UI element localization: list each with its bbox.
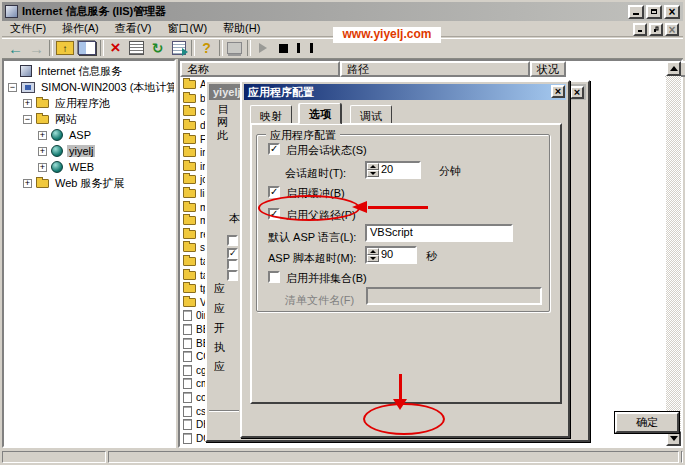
tree-item-icon: [21, 82, 35, 93]
tree-item-web-service-extensions[interactable]: Web 服务扩展: [4, 175, 174, 191]
tree-item-label[interactable]: SIMON-WIN2003 (本地计算机): [39, 80, 176, 95]
list-item-icon: [183, 406, 192, 417]
tab-mappings[interactable]: 映射: [250, 105, 292, 124]
list-item-icon: [183, 378, 192, 389]
column-header[interactable]: 状况: [530, 61, 566, 77]
default-asp-language-field[interactable]: VBScript: [365, 224, 513, 242]
scroll-down-icon[interactable]: [666, 431, 681, 446]
tree-item-internet-info-services[interactable]: Internet 信息服务: [4, 63, 174, 79]
menu-item[interactable]: 操作(A): [54, 20, 107, 37]
tree-item-simon-win2003[interactable]: SIMON-WIN2003 (本地计算机): [4, 79, 174, 95]
tree-expander-icon[interactable]: [23, 179, 32, 188]
session-timeout-spinner[interactable]: [367, 163, 379, 177]
list-item-icon: [183, 351, 192, 362]
child-close-button: [665, 23, 679, 36]
tree-expander-icon[interactable]: [38, 131, 47, 140]
tree-item-websites[interactable]: 网站: [4, 111, 174, 127]
show-console-tree-icon[interactable]: [78, 41, 96, 55]
delete-icon[interactable]: [105, 39, 126, 57]
child-minimize-button[interactable]: [633, 23, 647, 36]
tree-item-label[interactable]: yiyelj: [67, 145, 95, 157]
vertical-scrollbar[interactable]: [666, 61, 681, 446]
column-header[interactable]: 路径: [340, 61, 530, 77]
tree-item-label[interactable]: ASP: [67, 129, 93, 141]
enable-side-by-side-label: 启用并排集合(B): [286, 271, 367, 286]
child-restore-button[interactable]: [649, 23, 663, 36]
ok-button[interactable]: 确定: [615, 412, 679, 433]
tree-item-icon: [36, 99, 49, 108]
app-configuration-dialog: 应用程序配置 × 映射选项调试 应用程序配置 启用会话状态(S) 会话超时(T)…: [240, 80, 570, 438]
tree-item-label[interactable]: Web 服务扩展: [53, 176, 126, 191]
session-timeout-field[interactable]: 20: [365, 161, 421, 179]
checkbox-fragment[interactable]: [227, 235, 238, 246]
column-header[interactable]: 名称: [180, 61, 340, 77]
dialog-divider-fragment: [209, 410, 239, 412]
properties-icon[interactable]: [126, 39, 147, 57]
tree-expander-icon[interactable]: [38, 163, 47, 172]
up-one-level-icon[interactable]: [56, 41, 74, 55]
spin-up-icon[interactable]: [367, 248, 379, 255]
enable-buffering-checkbox[interactable]: [268, 186, 280, 198]
list-item-icon: [183, 310, 192, 321]
tree-item-label[interactable]: Internet 信息服务: [36, 64, 124, 79]
forward-icon[interactable]: [26, 39, 47, 57]
tree-expander-icon[interactable]: [8, 83, 17, 92]
watermark-text: www.yiyelj.com: [333, 27, 441, 43]
close-button[interactable]: [664, 5, 680, 19]
asp-script-timeout-value[interactable]: 90: [379, 248, 393, 262]
list-item-icon: [183, 365, 192, 376]
start-item-icon[interactable]: [252, 39, 273, 57]
checkbox-fragment[interactable]: [227, 270, 238, 281]
asp-script-timeout-spinner[interactable]: [367, 248, 379, 262]
menu-item[interactable]: 文件(F): [2, 20, 54, 37]
tree-expander-icon[interactable]: [23, 115, 32, 124]
manifest-file-name-label: 清单文件名(F): [285, 293, 354, 308]
tree-item-app-pools[interactable]: 应用程序池: [4, 95, 174, 111]
tree-expander-icon[interactable]: [38, 147, 47, 156]
stop-item-icon[interactable]: [273, 39, 294, 57]
asp-script-timeout-label: ASP 脚本超时(M):: [268, 251, 356, 266]
maximize-button[interactable]: [646, 5, 662, 19]
refresh-icon[interactable]: [147, 39, 168, 57]
tree-item-label[interactable]: WEB: [67, 161, 96, 173]
minimize-button[interactable]: [628, 5, 644, 19]
status-panel: [108, 451, 679, 463]
pause-item-icon[interactable]: [294, 39, 315, 57]
tree-item-yiyelj[interactable]: yiyelj: [4, 143, 174, 159]
checkbox-fragment[interactable]: [227, 248, 238, 259]
yiyelj-properties-close-icon[interactable]: ×: [570, 86, 584, 99]
app-config-close-icon[interactable]: ×: [551, 85, 565, 98]
iis-manager-window: Internet 信息服务 (IIS)管理器 文件(F)操作(A)查看(V)窗口…: [0, 0, 685, 465]
tree-item-asp[interactable]: ASP: [4, 127, 174, 143]
menu-item[interactable]: 查看(V): [107, 20, 160, 37]
tree-item-web[interactable]: WEB: [4, 159, 174, 175]
tree-item-icon: [20, 65, 32, 77]
list-item-icon: [183, 216, 196, 225]
help-icon[interactable]: [196, 39, 217, 57]
scroll-up-icon[interactable]: [666, 61, 681, 76]
tree-item-label[interactable]: 网站: [53, 112, 79, 127]
app-icon: [5, 5, 18, 18]
spin-up-icon[interactable]: [367, 163, 379, 170]
spin-down-icon[interactable]: [367, 170, 379, 177]
asp-script-timeout-unit: 秒: [426, 249, 437, 264]
enable-session-state-checkbox[interactable]: [268, 143, 280, 155]
tree-item-label[interactable]: 应用程序池: [53, 96, 112, 111]
tab-debugging[interactable]: 调试: [350, 105, 392, 124]
export-list-icon[interactable]: [168, 39, 189, 57]
session-timeout-value[interactable]: 20: [379, 163, 393, 177]
asp-script-timeout-field[interactable]: 90: [365, 246, 417, 264]
child-window-controls: [631, 23, 679, 36]
site-icon[interactable]: [224, 39, 245, 57]
enable-side-by-side-checkbox[interactable]: [268, 271, 280, 283]
list-item-icon: [183, 284, 196, 293]
tree-expander-icon[interactable]: [23, 99, 32, 108]
spin-down-icon[interactable]: [367, 255, 379, 262]
status-panel: [681, 451, 683, 463]
back-icon[interactable]: [5, 39, 26, 57]
checkbox-fragment[interactable]: [227, 259, 238, 270]
menu-item[interactable]: 窗口(W): [159, 20, 215, 37]
menu-item[interactable]: 帮助(H): [215, 20, 268, 37]
list-item-icon: [183, 243, 196, 252]
tab-options[interactable]: 选项: [299, 103, 341, 124]
